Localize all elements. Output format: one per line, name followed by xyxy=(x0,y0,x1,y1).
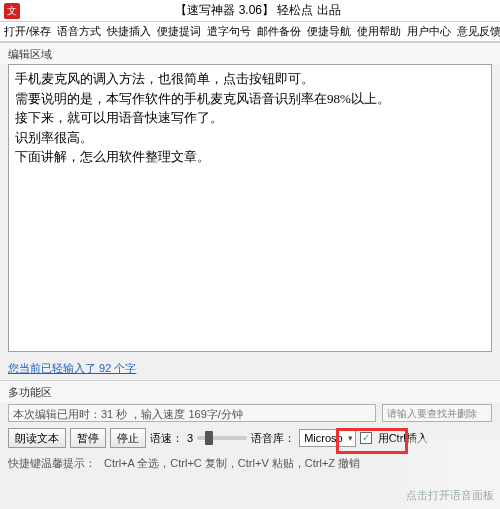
search-delete-hint[interactable]: 请输入要查找并删除 xyxy=(382,404,492,422)
menu-user-center[interactable]: 用户中心 xyxy=(407,24,451,39)
menu-help[interactable]: 使用帮助 xyxy=(357,24,401,39)
pause-button[interactable]: 暂停 xyxy=(70,428,106,448)
main-editor[interactable] xyxy=(8,64,492,352)
menu-open-save[interactable]: 打开/保存 xyxy=(4,24,51,39)
multi-section-label: 多功能区 xyxy=(0,380,500,402)
controls-row: 朗读文本 暂停 停止 语速： 3 语音库： Microso 用Ctrl插入 xyxy=(0,424,500,452)
shortcut-row: 快捷键温馨提示： Ctrl+A 全选，Ctrl+C 复制，Ctrl+V 粘贴，C… xyxy=(0,452,500,475)
speed-value: 3 xyxy=(187,432,193,444)
voice-lib-combo[interactable]: Microso xyxy=(299,429,356,447)
voice-lib-label: 语音库： xyxy=(251,431,295,446)
app-icon: 文 xyxy=(4,3,20,19)
menu-quick-insert[interactable]: 快捷插入 xyxy=(107,24,151,39)
menu-mail-backup[interactable]: 邮件备份 xyxy=(257,24,301,39)
ctrl-insert-checkbox[interactable] xyxy=(360,432,372,444)
speed-label: 语速： xyxy=(150,431,183,446)
speed-slider-thumb[interactable] xyxy=(205,431,213,445)
shortcut-text: Ctrl+A 全选，Ctrl+C 复制，Ctrl+V 粘贴，Ctrl+Z 撤销 xyxy=(104,456,360,471)
read-text-button[interactable]: 朗读文本 xyxy=(8,428,66,448)
editor-section-label: 编辑区域 xyxy=(0,42,500,64)
speed-slider[interactable] xyxy=(197,436,247,440)
menu-prompt[interactable]: 便捷提词 xyxy=(157,24,201,39)
open-voice-panel-hint[interactable]: 点击打开语音面板 xyxy=(406,488,494,503)
stop-button[interactable]: 停止 xyxy=(110,428,146,448)
menu-sentence[interactable]: 遣字句号 xyxy=(207,24,251,39)
shortcut-label: 快捷键温馨提示： xyxy=(8,456,96,471)
menubar: 打开/保存 语音方式 快捷插入 便捷提词 遣字句号 邮件备份 便捷导航 使用帮助… xyxy=(0,22,500,42)
menu-voice-mode[interactable]: 语音方式 xyxy=(57,24,101,39)
menu-feedback[interactable]: 意见反馈 xyxy=(457,24,500,39)
titlebar: 文 【速写神器 3.06】 轻松点 出品 xyxy=(0,0,500,22)
char-counter-row: 您当前已轻输入了 92 个字 xyxy=(0,355,500,380)
ctrl-insert-label: 用Ctrl插入 xyxy=(378,431,428,446)
annotation-arrow xyxy=(0,475,500,509)
app-title: 【速写神器 3.06】 轻松点 出品 xyxy=(20,2,496,19)
status-text: 本次编辑已用时：31 秒 ，输入速度 169字/分钟 xyxy=(8,404,376,422)
status-row: 本次编辑已用时：31 秒 ，输入速度 169字/分钟 请输入要查找并删除 xyxy=(0,402,500,424)
char-counter-link[interactable]: 您当前已轻输入了 92 个字 xyxy=(8,362,136,374)
menu-nav[interactable]: 便捷导航 xyxy=(307,24,351,39)
